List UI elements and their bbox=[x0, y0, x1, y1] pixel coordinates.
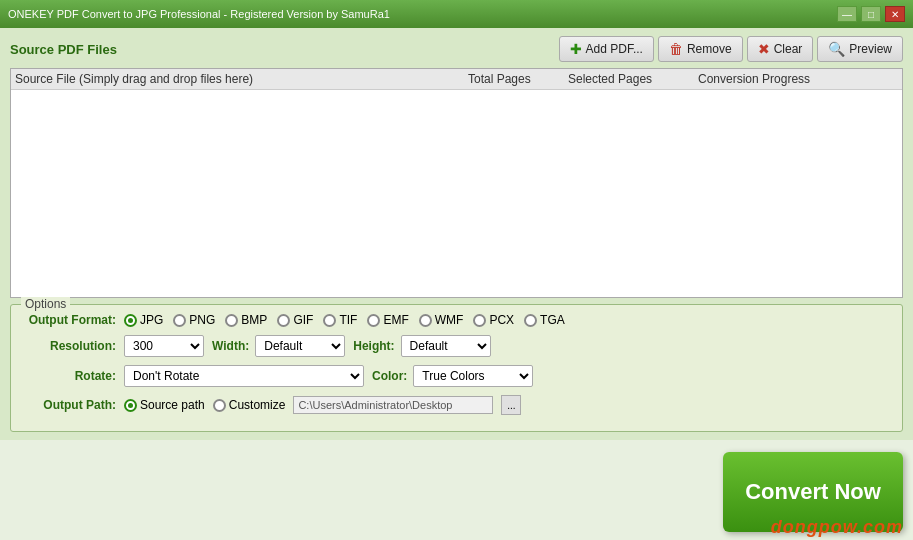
customize-label: Customize bbox=[229, 398, 286, 412]
remove-icon: 🗑 bbox=[669, 41, 683, 57]
output-format-label: Output Format: bbox=[21, 313, 116, 327]
title-text: ONEKEY PDF Convert to JPG Professional -… bbox=[8, 8, 390, 20]
file-table: Source File (Simply drag and drop files … bbox=[10, 68, 903, 298]
output-path-row: Output Path: Source path Customize ... bbox=[21, 395, 892, 415]
format-tif[interactable]: TIF bbox=[323, 313, 357, 327]
pcx-radio[interactable] bbox=[473, 314, 486, 327]
file-table-header: Source File (Simply drag and drop files … bbox=[11, 69, 902, 90]
preview-button[interactable]: 🔍 Preview bbox=[817, 36, 903, 62]
add-icon: ✚ bbox=[570, 41, 582, 57]
col-source: Source File (Simply drag and drop files … bbox=[15, 72, 468, 86]
color-select[interactable]: True Colors Grayscale Black & White bbox=[413, 365, 533, 387]
color-group: Color: True Colors Grayscale Black & Whi… bbox=[372, 365, 533, 387]
toolbar-buttons: ✚ Add PDF... 🗑 Remove ✖ Clear 🔍 Preview bbox=[559, 36, 903, 62]
tga-radio[interactable] bbox=[524, 314, 537, 327]
clear-icon: ✖ bbox=[758, 41, 770, 57]
height-label: Height: bbox=[353, 339, 394, 353]
width-group: Width: Default 800 1024 1280 bbox=[212, 335, 345, 357]
resolution-label: Resolution: bbox=[21, 339, 116, 353]
width-select[interactable]: Default 800 1024 1280 bbox=[255, 335, 345, 357]
bmp-radio[interactable] bbox=[225, 314, 238, 327]
png-radio[interactable] bbox=[173, 314, 186, 327]
emf-radio[interactable] bbox=[367, 314, 380, 327]
options-panel: Options Output Format: JPG PNG BMP bbox=[10, 304, 903, 432]
output-format-row: Output Format: JPG PNG BMP GIF bbox=[21, 313, 892, 327]
format-radio-group: JPG PNG BMP GIF TIF bbox=[124, 313, 565, 327]
source-path-radio-btn[interactable] bbox=[124, 399, 137, 412]
toolbar: Source PDF Files ✚ Add PDF... 🗑 Remove ✖… bbox=[10, 36, 903, 62]
maximize-button[interactable]: □ bbox=[861, 6, 881, 22]
path-input[interactable] bbox=[293, 396, 493, 414]
jpg-radio[interactable] bbox=[124, 314, 137, 327]
height-select[interactable]: Default 600 768 1024 bbox=[401, 335, 491, 357]
gif-radio[interactable] bbox=[277, 314, 290, 327]
file-table-body[interactable] bbox=[11, 90, 902, 292]
format-emf[interactable]: EMF bbox=[367, 313, 408, 327]
resolution-row: Resolution: 300 72 96 150 600 Width: Def… bbox=[21, 335, 892, 357]
options-legend: Options bbox=[21, 297, 70, 311]
source-path-radio[interactable]: Source path bbox=[124, 398, 205, 412]
format-gif[interactable]: GIF bbox=[277, 313, 313, 327]
customize-radio[interactable]: Customize bbox=[213, 398, 286, 412]
format-wmf[interactable]: WMF bbox=[419, 313, 464, 327]
format-bmp[interactable]: BMP bbox=[225, 313, 267, 327]
width-label: Width: bbox=[212, 339, 249, 353]
height-group: Height: Default 600 768 1024 bbox=[353, 335, 490, 357]
color-label: Color: bbox=[372, 369, 407, 383]
col-selected: Selected Pages bbox=[568, 72, 698, 86]
format-pcx[interactable]: PCX bbox=[473, 313, 514, 327]
close-button[interactable]: ✕ bbox=[885, 6, 905, 22]
clear-button[interactable]: ✖ Clear bbox=[747, 36, 814, 62]
watermark: dongpow.com bbox=[771, 517, 903, 538]
col-progress: Conversion Progress bbox=[698, 72, 898, 86]
col-total: Total Pages bbox=[468, 72, 568, 86]
add-pdf-button[interactable]: ✚ Add PDF... bbox=[559, 36, 654, 62]
preview-icon: 🔍 bbox=[828, 41, 845, 57]
title-controls: — □ ✕ bbox=[837, 6, 905, 22]
rotate-row: Rotate: Don't Rotate 90 Clockwise 90 Cou… bbox=[21, 365, 892, 387]
minimize-button[interactable]: — bbox=[837, 6, 857, 22]
customize-radio-btn[interactable] bbox=[213, 399, 226, 412]
tif-radio[interactable] bbox=[323, 314, 336, 327]
resolution-select[interactable]: 300 72 96 150 600 bbox=[124, 335, 204, 357]
wmf-radio[interactable] bbox=[419, 314, 432, 327]
output-path-label: Output Path: bbox=[21, 398, 116, 412]
format-tga[interactable]: TGA bbox=[524, 313, 565, 327]
remove-button[interactable]: 🗑 Remove bbox=[658, 36, 743, 62]
format-jpg[interactable]: JPG bbox=[124, 313, 163, 327]
source-path-label: Source path bbox=[140, 398, 205, 412]
rotate-label: Rotate: bbox=[21, 369, 116, 383]
title-bar: ONEKEY PDF Convert to JPG Professional -… bbox=[0, 0, 913, 28]
main-content: Source PDF Files ✚ Add PDF... 🗑 Remove ✖… bbox=[0, 28, 913, 440]
format-png[interactable]: PNG bbox=[173, 313, 215, 327]
browse-button[interactable]: ... bbox=[501, 395, 521, 415]
source-pdf-label: Source PDF Files bbox=[10, 42, 117, 57]
rotate-select[interactable]: Don't Rotate 90 Clockwise 90 Counter-Clo… bbox=[124, 365, 364, 387]
